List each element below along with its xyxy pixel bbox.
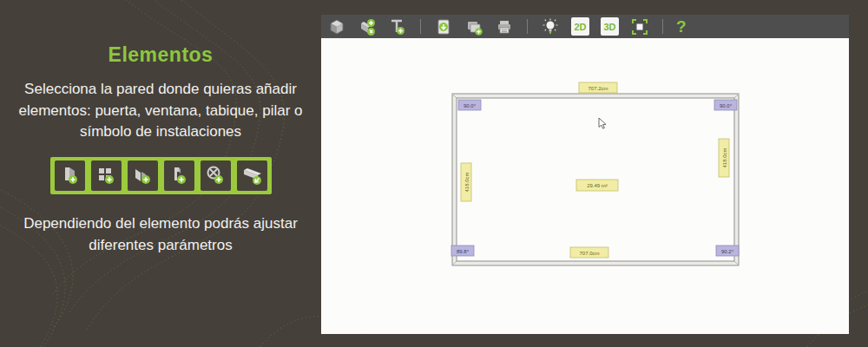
tutorial-panel: Elementos Selecciona la pared donde quie… [0, 0, 321, 347]
fullscreen-icon[interactable] [630, 17, 649, 36]
svg-text:418.0cm: 418.0cm [464, 172, 470, 192]
export-document-icon[interactable] [434, 17, 453, 36]
add-window-icon [95, 164, 117, 187]
help-icon[interactable]: ? [676, 17, 687, 36]
dim-bottom-label: 707.0cm [570, 247, 608, 258]
add-wall-icon[interactable] [358, 17, 377, 36]
light-icon[interactable] [541, 17, 560, 36]
add-image-icon[interactable] [464, 17, 483, 36]
dim-left-label: 418.0cm [461, 163, 471, 201]
add-partition-button[interactable] [128, 160, 158, 191]
instruction-text-2: Dependiendo del elemento podrás ajustar … [17, 213, 304, 256]
view-3d-button[interactable]: 3D [601, 17, 619, 36]
add-partition-icon [131, 164, 154, 187]
angle-bottom-right-label: 90.2° [716, 246, 739, 256]
angle-top-right-label: 90.0° [714, 100, 737, 110]
cube-3d-icon[interactable] [327, 17, 346, 36]
page-title: Elementos [108, 43, 214, 67]
instruction-text-1: Selecciona la pared donde quieras añadir… [16, 79, 306, 143]
area-label: 29.49 m² [576, 180, 618, 191]
svg-text:707.0cm: 707.0cm [579, 251, 599, 256]
floorplan-drawing: 707.2cm 707.0cm 418.0cm 418.0cm 29.49 m² [321, 38, 849, 334]
svg-text:29.49 m²: 29.49 m² [587, 183, 608, 188]
add-symbol-button[interactable] [201, 160, 231, 191]
dim-right-label: 418.0cm [719, 139, 729, 177]
add-door-button[interactable] [55, 160, 85, 191]
view-2d-label: 2D [574, 22, 586, 32]
svg-text:89.8°: 89.8° [457, 249, 470, 254]
add-pillar-icon [168, 164, 190, 187]
help-label: ? [676, 17, 687, 36]
view-2d-button[interactable]: 2D [571, 17, 589, 36]
add-door-icon [58, 164, 81, 187]
floorplan-canvas[interactable]: 707.2cm 707.0cm 418.0cm 418.0cm 29.49 m² [321, 38, 849, 334]
add-ramp-icon [240, 164, 263, 187]
toolbar-separator [527, 19, 528, 34]
add-ramp-button[interactable] [237, 160, 267, 191]
add-window-button[interactable] [91, 160, 122, 191]
element-toolbar [50, 157, 272, 194]
angle-bottom-left-label: 89.8° [451, 246, 474, 256]
svg-text:418.0cm: 418.0cm [722, 147, 727, 167]
dim-top-label: 707.2cm [579, 82, 617, 93]
add-text-icon[interactable] [388, 17, 407, 36]
add-symbol-icon [204, 164, 227, 187]
add-pillar-button[interactable] [164, 160, 194, 191]
app-toolbar: 2D 3D ? [321, 15, 849, 38]
svg-text:90.2°: 90.2° [721, 249, 734, 254]
svg-text:90.0°: 90.0° [720, 103, 733, 108]
toolbar-separator [420, 19, 421, 34]
svg-text:707.2cm: 707.2cm [588, 86, 608, 91]
angle-top-left-label: 90.0° [458, 100, 481, 110]
view-3d-label: 3D [603, 22, 615, 32]
svg-text:90.0°: 90.0° [464, 103, 477, 108]
toolbar-separator [662, 19, 663, 34]
print-icon[interactable] [495, 17, 514, 36]
